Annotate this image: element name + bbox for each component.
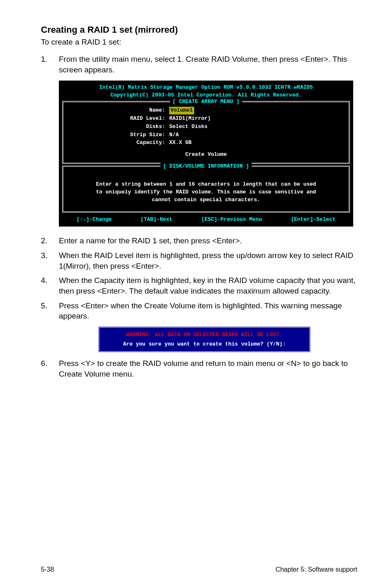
bios-console: Intel(R) Matrix Storage Manager Option R…	[59, 81, 353, 227]
nav-esc: [ESC]-Previous Menu	[202, 216, 262, 224]
step-number: 6.	[41, 358, 59, 379]
footer-page-number: 5-38	[41, 566, 54, 573]
step-text: Enter a name for the RAID 1 set, then pr…	[59, 236, 357, 246]
step-6: 6. Press <Y> to create the RAID volume a…	[41, 358, 357, 379]
value-name[interactable]: Volume1	[169, 107, 194, 114]
step-text: When the Capacity item is highlighted, k…	[59, 275, 357, 296]
step-2: 2. Enter a name for the RAID 1 set, then…	[41, 236, 357, 246]
disk-info-line3: cannot contain special characters.	[81, 196, 331, 204]
step-text: From the utility main menu, select 1. Cr…	[59, 54, 357, 75]
field-disks: Disks: Select Disks	[69, 123, 343, 131]
value-disks[interactable]: Select Disks	[169, 123, 208, 131]
step-number: 3.	[41, 250, 59, 271]
page-heading: Creating a RAID 1 set (mirrored)	[41, 25, 357, 35]
step-4: 4. When the Capacity item is highlighted…	[41, 275, 357, 296]
disk-volume-info-title: [ DISK/VOLUME INFORMATION ]	[161, 163, 252, 171]
create-volume-action[interactable]: Create Volume	[69, 151, 343, 159]
label-strip-size: Strip Size:	[69, 131, 169, 139]
value-capacity[interactable]: XX.X GB	[169, 139, 192, 147]
step-text: When the RAID Level item is highlighted,…	[59, 250, 357, 271]
label-name: Name:	[69, 107, 169, 114]
create-array-title: [ CREATE ARRAY MENU ]	[170, 98, 242, 106]
value-strip-size: N/A	[169, 131, 179, 139]
nav-enter: [Enter]-Select	[291, 216, 335, 224]
bios-header-line1: Intel(R) Matrix Storage Manager Option R…	[59, 84, 353, 92]
field-strip-size: Strip Size: N/A	[69, 131, 343, 139]
label-raid-level: RAID Level:	[69, 115, 169, 123]
warning-title: WARNING: ALL DATA ON SELECTED DISKS WILL…	[107, 332, 302, 338]
nav-change: [↑↓]-Change	[76, 216, 112, 224]
step-1: 1. From the utility main menu, select 1.…	[41, 54, 357, 75]
disk-info-line1: Enter a string between 1 and 16 characte…	[81, 181, 331, 189]
step-number: 5.	[41, 301, 59, 321]
footer-chapter: Chapter 5: Software support	[276, 566, 357, 573]
step-text: Press <Y> to create the RAID volume and …	[59, 358, 357, 379]
label-capacity: Capacity:	[69, 139, 169, 147]
page-footer: 5-38 Chapter 5: Software support	[41, 566, 357, 573]
step-3: 3. When the RAID Level item is highlight…	[41, 250, 357, 271]
intro-text: To create a RAID 1 set:	[41, 38, 357, 47]
warning-prompt[interactable]: Are you sure you want to create this vol…	[123, 341, 286, 347]
nav-tab: [TAB]-Next	[141, 216, 173, 224]
value-raid-level[interactable]: RAID1(Mirror)	[169, 115, 211, 123]
label-disks: Disks:	[69, 123, 169, 131]
step-5: 5. Press <Enter> when the Create Volume …	[41, 301, 357, 321]
create-array-frame: [ CREATE ARRAY MENU ] Name: Volume1 RAID…	[62, 101, 350, 164]
step-number: 4.	[41, 275, 59, 296]
bios-navbar: [↑↓]-Change [TAB]-Next [ESC]-Previous Me…	[59, 214, 353, 227]
disk-volume-info-frame: [ DISK/VOLUME INFORMATION ] Enter a stri…	[62, 166, 350, 213]
field-raid-level: RAID Level: RAID1(Mirror)	[69, 115, 343, 123]
disk-info-line2: to uniquely identify the RAID volume. Th…	[81, 189, 331, 196]
warning-box: WARNING: ALL DATA ON SELECTED DISKS WILL…	[98, 326, 311, 352]
step-number: 2.	[41, 236, 59, 246]
step-text: Press <Enter> when the Create Volume ite…	[59, 301, 357, 321]
field-capacity: Capacity: XX.X GB	[69, 139, 343, 147]
step-number: 1.	[41, 54, 59, 75]
field-name: Name: Volume1	[69, 107, 343, 114]
